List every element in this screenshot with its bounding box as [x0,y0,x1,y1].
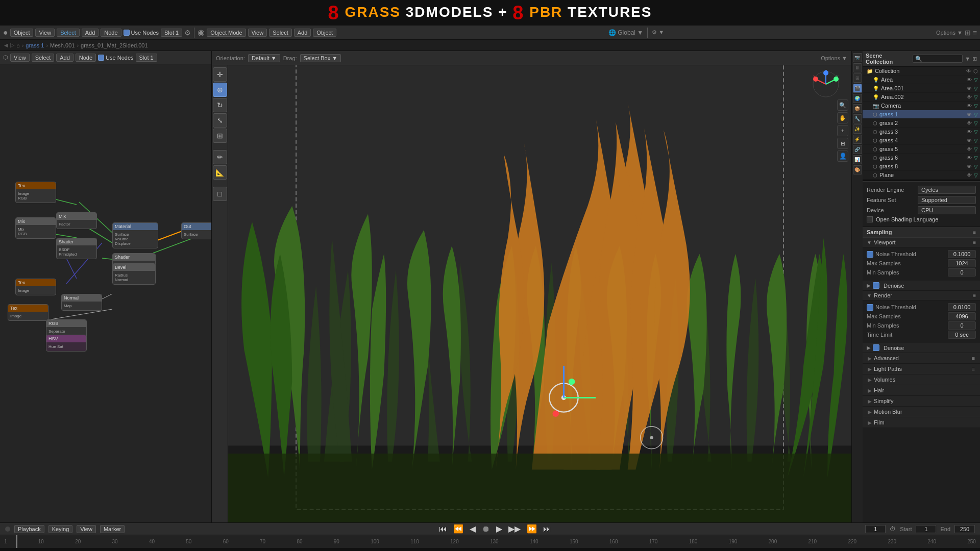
feature-set-value[interactable]: Supported [918,196,976,204]
output-props-icon[interactable]: 🖥 [853,63,862,72]
hand-tool-btn[interactable]: ✋ [837,112,848,123]
device-value[interactable]: CPU [918,206,976,214]
eye-area002[interactable]: 👁 [967,94,972,100]
data-props-icon[interactable]: 📊 [853,155,862,164]
eye-grass6[interactable]: 👁 [967,155,972,161]
playback-menu-btn[interactable]: Playback [14,525,44,533]
rotate-tool-btn[interactable]: ↻ [213,98,227,112]
viewport-denoise-checkbox[interactable] [873,282,879,289]
scene-item-grass2[interactable]: ⬡ grass 2 👁 ▽ [863,119,980,128]
drag-selector[interactable]: Select Box ▼ [300,54,341,62]
node-use-nodes-toggle[interactable]: Use Nodes [98,55,133,61]
outliner-sort-btn[interactable]: ⊞ [972,56,977,62]
jump-start-btn[interactable]: ⏮ [438,524,448,534]
prev-keyframe-btn[interactable]: ◀ [469,524,477,534]
keying-menu-btn[interactable]: Keying [48,525,73,533]
scene-item-grass4[interactable]: ⬡ grass 4 👁 ▽ [863,136,980,145]
eye-plane[interactable]: 👁 [967,172,972,178]
eye-camera[interactable]: 👁 [967,103,972,109]
scene-props-icon[interactable]: 🎬 [853,84,862,93]
viewport-noise-value[interactable]: 0.1000 [948,250,976,258]
render-props-icon[interactable]: 📷 [853,53,862,62]
render-denoise-checkbox[interactable] [873,344,879,351]
scene-item-grass6[interactable]: ⬡ grass 6 👁 ▽ [863,154,980,162]
viewport-denoise-header[interactable]: ▶ Denoise [863,281,980,291]
scene-item-plane[interactable]: ⬡ Plane 👁 ▽ [863,171,980,180]
node-7[interactable]: Out Surface [181,222,212,239]
current-frame-input[interactable] [865,525,886,533]
add-cube-btn[interactable]: □ [213,187,227,201]
node-1[interactable]: Tex ImageRGB [15,182,56,203]
animate-indicator[interactable] [5,527,10,532]
viewport-maxsamples-value[interactable]: 1024 [948,259,976,267]
slot-selector[interactable]: Slot 1 [161,29,182,37]
node-3[interactable]: Shader BSDFPrincipled [56,238,97,259]
material-props-icon[interactable]: 🎨 [853,165,862,174]
node-add-btn[interactable]: Add [56,54,74,62]
user-icon-btn[interactable]: 👤 [837,151,848,162]
start-frame-input[interactable] [916,525,936,533]
timeline-view-btn[interactable]: View [77,525,96,533]
eye-area001[interactable]: 👁 [967,86,972,91]
eye-grass8[interactable]: 👁 [967,164,972,169]
render-denoise-header[interactable]: ▶ Denoise [863,343,980,353]
cursor-tool-btn[interactable]: ✛ [213,67,227,82]
film-section[interactable]: ▶ Film [863,417,980,428]
object-props-icon[interactable]: 📦 [853,104,862,113]
use-nodes-checkbox[interactable] [124,30,130,36]
breadcrumb-grass1[interactable]: grass 1 [26,42,44,48]
prev-frame-btn[interactable]: ⏪ [452,524,464,534]
scene-item-area001[interactable]: 💡 Area.001 👁 ▽ [863,84,980,93]
eye-grass5[interactable]: 👁 [967,146,972,152]
eye-grass3[interactable]: 👁 [967,129,972,135]
hide-collection[interactable]: ⬡ [973,68,978,74]
add-3d-btn[interactable]: Add [294,29,311,37]
scene-item-collection[interactable]: 📁 Collection 👁 ⬡ [863,67,980,76]
end-frame-input[interactable] [954,525,975,533]
simplify-section[interactable]: ▶ Simplify [863,396,980,407]
select-3d-btn[interactable]: Select [269,29,292,37]
lightpaths-options[interactable]: ≡ [972,366,975,372]
modifier-props-icon[interactable]: 🔧 [853,114,862,123]
viewport-noise-checkbox[interactable] [867,251,873,258]
view-3d-btn[interactable]: View [248,29,267,37]
render-engine-value[interactable]: Cycles [918,186,976,194]
viewport-gizmo[interactable]: Y X Z [811,69,841,99]
select-menu-btn[interactable]: Select [57,29,80,37]
use-nodes-toggle[interactable]: Use Nodes [124,30,159,36]
object-mode-btn[interactable]: Object [10,29,34,37]
add-menu-btn[interactable]: Add [82,29,99,37]
outliner-filter-btn[interactable]: ▼ [965,56,970,62]
object-3d-btn[interactable]: Object [313,29,336,37]
object-mode-3d-btn[interactable]: Object Mode [207,29,246,37]
eye-collection[interactable]: 👁 [966,68,971,74]
scene-item-grass3[interactable]: ⬡ grass 3 👁 ▽ [863,128,980,136]
scene-item-grass1[interactable]: ⬡ grass 1 👁 ▽ [863,110,980,119]
node-2[interactable]: Mix MixRGB [15,217,56,239]
timeline-track[interactable]: 1 10 20 30 40 50 60 70 80 90 100 110 120… [0,535,980,548]
particles-props-icon[interactable]: ✨ [853,124,862,134]
annotate-btn[interactable]: ✏ [213,150,227,164]
next-frame-btn[interactable]: ⏩ [526,524,538,534]
view-layer-props-icon[interactable]: ⊞ [853,73,862,83]
node-5[interactable]: Material SurfaceVolumeDisplace [112,222,158,248]
render-subsection-header[interactable]: ▼ Render ≡ [863,291,980,300]
zoom-camera-btn[interactable]: 🔍 [837,99,848,111]
eye-grass1[interactable]: 👁 [967,112,972,117]
viewport-section-options[interactable]: ≡ [973,240,976,245]
scale-tool-btn[interactable]: ⤡ [213,113,227,128]
scene-item-camera[interactable]: 📷 Camera 👁 ▽ [863,102,980,110]
node-13[interactable]: HSV Hue Sat [46,335,87,352]
osl-checkbox[interactable] [867,216,873,222]
transform-tool-btn[interactable]: ⊞ [213,129,227,143]
scene-item-area[interactable]: 💡 Area 👁 ▽ [863,76,980,84]
motion-blur-section[interactable]: ▶ Motion Blur [863,407,980,417]
outliner-search-input[interactable] [913,55,963,63]
play-forward-btn[interactable]: ▶ [495,524,503,534]
scene-item-grass8[interactable]: ⬡ grass 8 👁 ▽ [863,162,980,171]
advanced-section[interactable]: ▶ Advanced ≡ [863,353,980,364]
eye-grass4[interactable]: 👁 [967,138,972,143]
render-timelimit-value[interactable]: 0 sec [948,331,976,339]
render-minsamples-value[interactable]: 0 [948,321,976,330]
sampling-options[interactable]: ≡ [973,230,976,235]
